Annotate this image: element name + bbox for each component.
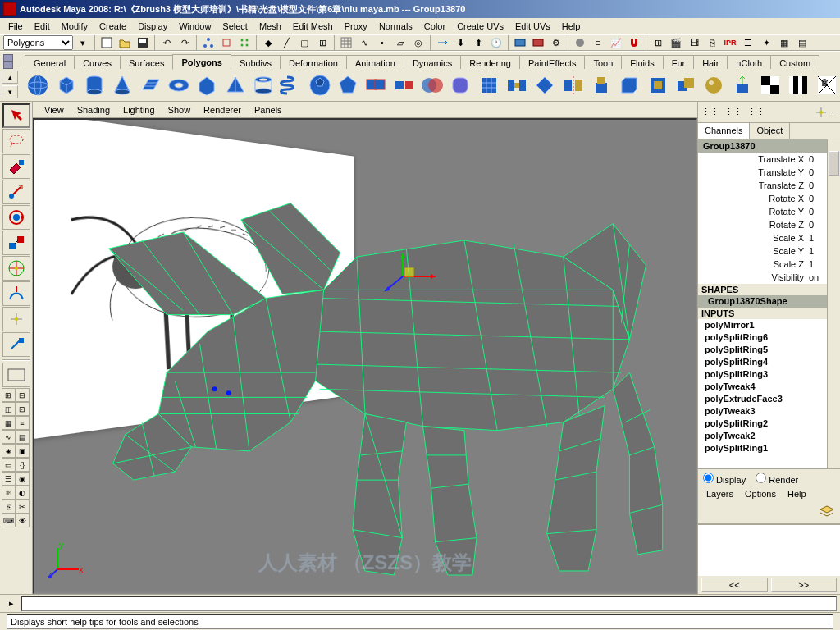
shelf-tab-toon[interactable]: Toon xyxy=(584,55,622,70)
input-node[interactable]: polySplitRing6 xyxy=(698,331,840,344)
shelf-tab-dynamics[interactable]: Dynamics xyxy=(404,55,461,70)
single-view-icon[interactable] xyxy=(2,363,30,387)
history-icon[interactable] xyxy=(434,34,450,51)
input-node[interactable]: polySplitRing2 xyxy=(698,418,840,430)
lasso-tool[interactable] xyxy=(2,129,30,153)
input-node[interactable]: polySplitRing5 xyxy=(698,344,840,356)
construction-history-icon[interactable]: 🕐 xyxy=(488,34,504,51)
open-icon[interactable] xyxy=(116,34,133,51)
layer-options-menu[interactable]: Options xyxy=(740,488,781,503)
move-tool[interactable] xyxy=(2,180,30,204)
input-node[interactable]: polySplitRing1 xyxy=(698,442,840,454)
attr-row[interactable]: Rotate X0 xyxy=(698,192,840,205)
layout-icon[interactable]: ⊞ xyxy=(650,34,666,51)
attr-row[interactable]: Translate Y0 xyxy=(698,166,840,179)
channels-minus-icon[interactable]: − xyxy=(832,107,837,118)
input-node[interactable]: polyTweak4 xyxy=(698,381,840,393)
menu-mesh[interactable]: Mesh xyxy=(254,21,286,32)
menu-window[interactable]: Window xyxy=(174,21,216,32)
menu-edit-mesh[interactable]: Edit Mesh xyxy=(288,21,338,32)
undo-icon[interactable]: ↶ xyxy=(158,34,175,51)
toggle-b-icon[interactable]: ▤ xyxy=(794,34,810,51)
object-tab[interactable]: Object xyxy=(750,123,790,139)
shelf-tab-animation[interactable]: Animation xyxy=(346,55,404,70)
batch-icon[interactable]: ⎘ xyxy=(704,34,720,51)
command-input[interactable] xyxy=(21,596,837,611)
persp-icon[interactable]: ▦ xyxy=(2,416,16,430)
blendshape-icon[interactable]: ◐ xyxy=(16,486,30,500)
channel-box[interactable]: Group13870 Translate X0Translate Y0Trans… xyxy=(698,139,840,469)
input-node[interactable]: polySplitRing3 xyxy=(698,368,840,381)
poly-pipe-icon[interactable] xyxy=(250,71,276,99)
mask-uv-icon[interactable]: ⊞ xyxy=(314,34,331,51)
channel-icon-c[interactable]: ⋮⋮ xyxy=(747,107,765,117)
layer-prev-button[interactable]: << xyxy=(701,578,768,592)
render-globals-icon[interactable]: ⚙ xyxy=(548,34,564,51)
playblast-icon[interactable]: 🎬 xyxy=(668,34,684,51)
display-radio[interactable]: Display xyxy=(703,472,746,485)
select-tool[interactable] xyxy=(2,103,30,128)
menu-help[interactable]: Help xyxy=(557,21,586,32)
mask-edge-icon[interactable]: ╱ xyxy=(278,34,294,51)
panel-menu-lighting[interactable]: Lighting xyxy=(118,104,160,116)
scale-tool[interactable] xyxy=(2,231,30,255)
channels-tab[interactable]: Channels xyxy=(698,123,750,139)
poly-smooth-icon[interactable] xyxy=(447,71,473,99)
move-gizmo[interactable] xyxy=(378,252,444,301)
poly-helix-icon[interactable] xyxy=(278,71,304,99)
shelf-tab-subdivs[interactable]: Subdivs xyxy=(231,55,281,70)
clip-icon[interactable]: ✂ xyxy=(16,500,30,514)
layer-list[interactable] xyxy=(698,524,840,576)
new-scene-icon[interactable] xyxy=(98,34,115,51)
poly-cylindrical-icon[interactable] xyxy=(785,71,811,99)
poly-reduce-icon[interactable] xyxy=(532,71,558,99)
attr-row[interactable]: Scale Z1 xyxy=(698,258,840,271)
layout-three-icon[interactable]: ⊡ xyxy=(16,402,30,416)
attr-row[interactable]: Scale Y1 xyxy=(698,244,840,258)
menu-normals[interactable]: Normals xyxy=(374,21,418,32)
poly-avgverts-icon[interactable] xyxy=(476,71,502,99)
shelf-tab-ncloth[interactable]: nCloth xyxy=(727,55,771,70)
panel-menu-panels[interactable]: Panels xyxy=(249,104,287,116)
shelf-tab-rendering[interactable]: Rendering xyxy=(460,55,520,70)
shelf-tab-painteffects[interactable]: PaintEffects xyxy=(519,55,586,70)
shelf-tab-polygons[interactable]: Polygons xyxy=(172,54,231,70)
channel-icon-a[interactable]: ⋮⋮ xyxy=(701,107,719,117)
input-node[interactable]: polyMirror1 xyxy=(698,319,840,331)
dynrel-icon[interactable]: ⚛ xyxy=(2,486,16,500)
poly-combine-icon[interactable] xyxy=(363,71,389,99)
poly-planar-icon[interactable] xyxy=(757,71,783,99)
attr-row[interactable]: Translate X0 xyxy=(698,153,840,166)
attr-row[interactable]: Scale X1 xyxy=(698,231,840,244)
poly-cylinder-icon[interactable] xyxy=(81,71,107,99)
input-node[interactable]: polyTweak3 xyxy=(698,405,840,418)
hypergraph-view-icon[interactable]: ◈ xyxy=(2,444,16,458)
mode-selector[interactable]: Polygons xyxy=(3,35,73,50)
menu-edit[interactable]: Edit xyxy=(30,21,55,32)
viewport[interactable]: Antelope xyxy=(33,118,697,594)
snap-live-icon[interactable]: ◎ xyxy=(410,34,427,51)
layout-four-icon[interactable]: ⊞ xyxy=(2,388,16,402)
visor-icon[interactable]: 👁 xyxy=(16,514,30,527)
poly-cone-icon[interactable] xyxy=(109,71,135,99)
shelf-tab-fluids[interactable]: Fluids xyxy=(621,55,663,70)
poly-mirror-icon[interactable] xyxy=(560,71,587,99)
menu-modify[interactable]: Modify xyxy=(57,21,93,32)
shelf-tab-hair[interactable]: Hair xyxy=(693,55,728,70)
menu-create[interactable]: Create xyxy=(94,21,131,32)
new-layer-icon[interactable] xyxy=(819,504,835,522)
mel-icon[interactable]: ▸ xyxy=(3,596,20,612)
poly-duplicate-face-icon[interactable] xyxy=(673,71,699,99)
output-icon[interactable]: ⬆ xyxy=(470,34,486,51)
graph-icon[interactable]: 📈 xyxy=(608,34,624,51)
shelf-tab-general[interactable]: General xyxy=(25,55,75,70)
poly-keepfaces-icon[interactable] xyxy=(645,71,671,99)
poly-normals-icon[interactable] xyxy=(729,71,756,99)
menu-proxy[interactable]: Proxy xyxy=(340,21,372,32)
input-node[interactable]: polySplitRing4 xyxy=(698,356,840,368)
shape-node[interactable]: Group13870Shape xyxy=(698,295,840,308)
layer-next-button[interactable]: >> xyxy=(771,578,838,592)
attr-row[interactable]: Translate Z0 xyxy=(698,179,840,192)
poly-pyramid-icon[interactable] xyxy=(221,71,248,99)
universal-manip-tool[interactable] xyxy=(2,256,30,281)
